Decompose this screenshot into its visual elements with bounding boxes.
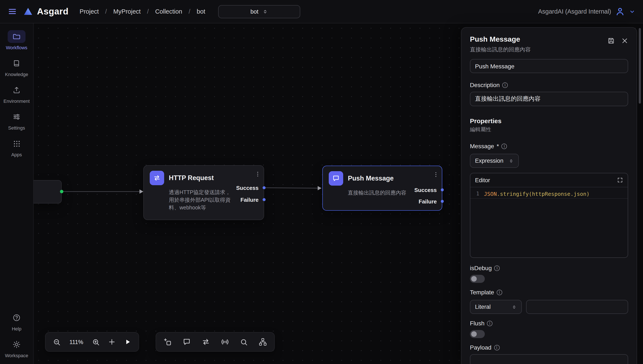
description-label-row: Description <box>470 82 628 88</box>
node-menu-icon[interactable] <box>433 171 439 178</box>
panel-scrollbar[interactable] <box>639 28 641 104</box>
payload-label: Payload <box>470 344 491 351</box>
select-chevrons-icon <box>262 9 268 14</box>
zoom-out-icon[interactable] <box>53 338 61 346</box>
node-description: 透過HTTP協定發送請求，用於串接外部API以取得資料、webhook等 <box>169 188 235 212</box>
breadcrumb-project[interactable]: Project <box>80 8 99 15</box>
properties-subheading: 編輯屬性 <box>470 126 628 133</box>
output-failure[interactable]: Failure <box>241 196 259 204</box>
flush-label-row: Flush <box>470 320 628 326</box>
isdebug-label: isDebug <box>470 264 492 272</box>
sidebar-item-settings[interactable]: Settings <box>8 110 26 130</box>
sidebar-item-apps[interactable]: Apps <box>8 137 26 157</box>
account-name: AsgardAI (Asgard Internal) <box>538 8 611 15</box>
output-success[interactable]: Success <box>236 184 259 192</box>
sidebar-item-workspace[interactable]: Workspace <box>5 338 28 358</box>
sidebar-item-label: Environment <box>4 98 30 104</box>
info-icon[interactable] <box>494 345 500 350</box>
menu-icon[interactable] <box>8 7 17 16</box>
node-title: HTTP Request <box>169 174 214 182</box>
flush-toggle[interactable] <box>470 330 485 338</box>
info-icon[interactable] <box>494 265 500 271</box>
code-line[interactable]: 1 JSON.stringify(httpResponse.json) <box>470 189 628 199</box>
editor-code-area[interactable]: 1 JSON.stringify(httpResponse.json) <box>470 189 628 199</box>
topbar: Asgard Project MyProject Collection bot … <box>0 0 643 23</box>
workflow-nodes-icon[interactable] <box>259 338 267 346</box>
user-avatar-icon[interactable] <box>615 6 625 16</box>
add-icon[interactable] <box>108 338 116 346</box>
isdebug-label-row: isDebug <box>470 264 628 272</box>
broadcast-icon[interactable] <box>221 338 229 346</box>
sidebar-item-knowledge[interactable]: Knowledge <box>5 57 28 77</box>
swap-arrows-icon[interactable] <box>201 338 210 346</box>
payload-label-row: Payload <box>470 344 628 351</box>
isdebug-toggle[interactable] <box>470 275 485 283</box>
node-name-input[interactable] <box>470 59 628 73</box>
app-logo: Asgard <box>23 6 69 16</box>
help-icon <box>8 311 26 324</box>
app-window: Asgard Project MyProject Collection bot … <box>0 0 643 364</box>
message-label-row: Message * <box>470 143 628 150</box>
payload-input[interactable] <box>470 354 628 364</box>
info-icon[interactable] <box>502 82 508 88</box>
info-icon[interactable] <box>502 143 507 149</box>
node-push-message[interactable]: Push Message 直接輸出訊息的回應內容 Success Failure <box>322 166 442 211</box>
search-icon[interactable] <box>240 338 248 346</box>
zoom-level: 111% <box>69 339 84 345</box>
zoom-in-icon[interactable] <box>92 338 100 346</box>
node-description: 直接輸出訊息的回應內容 <box>348 189 416 197</box>
save-icon[interactable] <box>607 37 615 44</box>
folder-icon <box>8 30 26 43</box>
panel-title: Push Message <box>470 35 531 44</box>
node-header: HTTP Request <box>150 171 258 185</box>
sidebar-item-label: Knowledge <box>5 72 28 77</box>
sliders-icon <box>8 110 26 123</box>
code-text: JSON.stringify(httpResponse.json) <box>484 190 590 197</box>
info-icon[interactable] <box>487 320 493 326</box>
sidebar-item-help[interactable]: Help <box>8 311 26 331</box>
partial-node[interactable] <box>34 180 62 204</box>
sidebar-item-label: Help <box>12 326 21 331</box>
output-failure[interactable]: Failure <box>419 198 437 206</box>
sidebar-item-environment[interactable]: Environment <box>4 84 30 104</box>
node-http-request[interactable]: HTTP Request 透過HTTP協定發送請求，用於串接外部API以取得資料… <box>143 165 264 220</box>
workflow-select-value: bot <box>251 8 259 15</box>
template-type-value: Literal <box>475 304 491 310</box>
sidebar-item-workflows[interactable]: Workflows <box>6 30 27 50</box>
required-mark: * <box>497 143 499 150</box>
line-number: 1 <box>470 191 484 197</box>
template-row: Literal <box>470 300 628 314</box>
tools-toolbar <box>156 332 275 352</box>
sidebar: Workflows Knowledge Environment Setting <box>0 23 34 364</box>
description-input[interactable] <box>470 92 628 106</box>
sidebar-item-label: Settings <box>8 125 25 130</box>
panel-header: Push Message 直接輸出訊息的回應內容 <box>470 35 628 54</box>
node-config-panel: Push Message 直接輸出訊息的回應內容 Description <box>461 27 637 364</box>
node-menu-icon[interactable] <box>254 171 261 178</box>
editor-label: Editor <box>475 177 490 183</box>
message-type-select[interactable]: Expression <box>470 154 519 168</box>
breadcrumb-bot[interactable]: bot <box>189 8 205 15</box>
info-icon[interactable] <box>497 290 502 295</box>
run-icon[interactable] <box>124 338 131 346</box>
output-success[interactable]: Success <box>414 186 437 194</box>
template-value-input[interactable] <box>526 300 628 314</box>
zoom-toolbar: 111% <box>45 332 139 352</box>
close-icon[interactable] <box>621 37 628 44</box>
breadcrumb: Project MyProject Collection bot <box>80 8 205 15</box>
chat-icon[interactable] <box>182 338 191 346</box>
gear-icon <box>8 338 26 351</box>
workflow-select[interactable]: bot <box>218 5 300 18</box>
sidebar-item-label: Apps <box>11 152 22 157</box>
editor-expand-icon[interactable] <box>617 177 623 183</box>
expression-editor: Editor 1 JSON.stringify(httpResponse.jso… <box>470 173 628 258</box>
add-node-icon[interactable] <box>163 338 172 346</box>
message-label: Message <box>470 143 494 150</box>
sidebar-item-label: Workflows <box>6 45 27 50</box>
logo-triangle-icon <box>23 6 33 16</box>
template-type-select[interactable]: Literal <box>470 300 522 314</box>
logo-text: Asgard <box>37 6 69 16</box>
breadcrumb-collection[interactable]: Collection <box>147 8 182 15</box>
breadcrumb-myproject[interactable]: MyProject <box>105 8 141 15</box>
account-chevron-down-icon[interactable] <box>629 8 635 15</box>
